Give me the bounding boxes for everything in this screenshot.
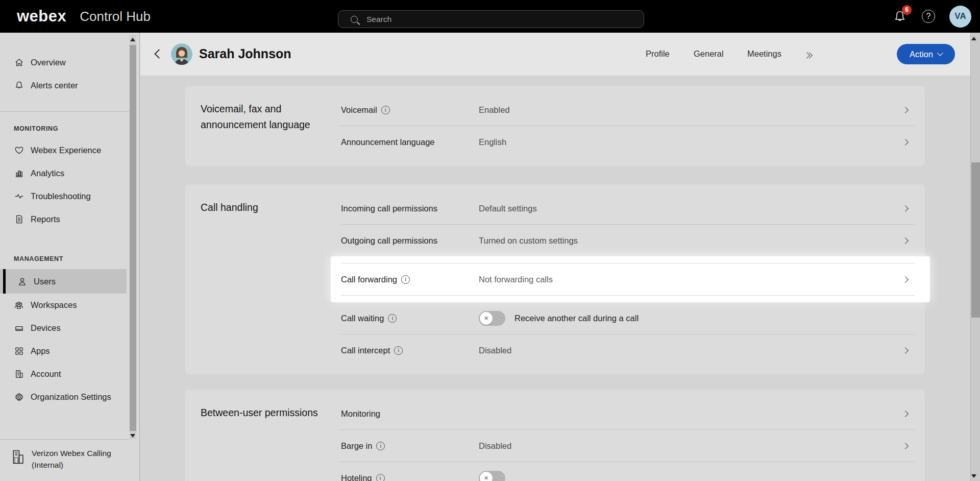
account-avatar[interactable]: VA <box>949 6 971 28</box>
voicemail-row[interactable]: Voicemail i Enabled <box>341 94 925 126</box>
account-building-icon <box>14 369 24 379</box>
barge-in-row[interactable]: Barge in i Disabled <box>341 430 925 462</box>
sidebar-item-organization-settings[interactable]: Organization Settings <box>0 386 139 408</box>
chevron-right-icon[interactable] <box>902 107 909 113</box>
info-icon[interactable]: i <box>381 106 390 114</box>
row-label: Call waiting <box>341 314 384 323</box>
row-value: Not forwarding calls <box>479 275 901 284</box>
sidebar-item-label: Organization Settings <box>31 392 111 402</box>
main-scrollbar[interactable] <box>970 33 980 481</box>
sidebar-item-label: Analytics <box>31 169 64 178</box>
outgoing-call-permissions-row[interactable]: Outgoing call permissions Turned on cust… <box>341 225 925 256</box>
row-value: Enabled <box>479 105 901 115</box>
notification-badge: 6 <box>902 5 912 15</box>
sidebar-item-webex-experience[interactable]: Webex Experience <box>0 139 139 162</box>
info-icon[interactable]: i <box>394 346 403 355</box>
chevron-right-icon[interactable] <box>902 205 909 212</box>
sidebar-item-label: Alerts center <box>31 81 78 90</box>
sidebar-item-devices[interactable]: Devices <box>0 317 139 340</box>
row-label: Monitoring <box>341 409 380 419</box>
info-icon[interactable]: i <box>376 442 385 450</box>
info-icon[interactable]: i <box>401 275 410 284</box>
more-tabs-button[interactable] <box>804 51 820 59</box>
sidebar-section-monitoring: MONITORING <box>0 125 139 132</box>
monitoring-row[interactable]: Monitoring <box>341 398 925 429</box>
settings-content: Voicemail, fax and announcement language… <box>140 76 970 481</box>
person-icon <box>17 276 27 286</box>
call-intercept-row[interactable]: Call intercept i Disabled <box>341 334 925 366</box>
chevron-right-icon[interactable] <box>902 139 909 146</box>
chevron-down-icon <box>937 50 943 56</box>
row-label: Hoteling <box>341 473 372 481</box>
scroll-up-arrow-icon[interactable] <box>130 38 135 41</box>
organization-building-icon <box>10 449 26 465</box>
sidebar-item-label: Webex Experience <box>31 146 101 155</box>
chevron-right-icon[interactable] <box>902 347 909 354</box>
row-label: Call forwarding <box>341 275 397 284</box>
card-title: Voicemail, fax and announcement language <box>185 94 341 158</box>
search-input[interactable]: Search <box>338 10 644 28</box>
incoming-call-permissions-row[interactable]: Incoming call permissions Default settin… <box>341 193 925 224</box>
card-title: Between-user permissions <box>185 398 341 481</box>
sidebar-scrollbar[interactable] <box>130 35 136 439</box>
call-waiting-toggle[interactable]: ✕ <box>479 311 505 326</box>
hoteling-row: Hoteling i ✕ <box>341 462 925 481</box>
row-label: Call intercept <box>341 346 390 355</box>
toggle-off-icon: ✕ <box>480 472 493 481</box>
sidebar-item-analytics[interactable]: Analytics <box>0 162 139 185</box>
organization-name-suffix: (Internal) <box>32 459 111 471</box>
tab-general[interactable]: General <box>694 49 724 59</box>
announcement-language-row[interactable]: Announcement language English <box>341 126 925 158</box>
user-header: Sarah Johnson Profile General Meetings A… <box>140 33 970 76</box>
main-scrollbar-thumb[interactable] <box>971 162 980 318</box>
tab-meetings[interactable]: Meetings <box>747 49 781 59</box>
sidebar-item-troubleshooting[interactable]: Troubleshooting <box>0 185 139 208</box>
sidebar-divider <box>0 111 129 112</box>
webex-logo[interactable]: webex Control Hub <box>17 0 151 33</box>
gear-icon <box>14 392 24 402</box>
top-bar: webex Control Hub Search 6 ? VA <box>0 0 980 33</box>
sidebar-item-alerts-center[interactable]: Alerts center <box>0 74 139 97</box>
row-label: Announcement language <box>341 137 434 147</box>
chevron-right-icon[interactable] <box>902 411 909 417</box>
sidebar-item-apps[interactable]: Apps <box>0 340 139 363</box>
notifications-button[interactable]: 6 <box>893 10 906 23</box>
action-button-label: Action <box>910 50 933 59</box>
sidebar-item-account[interactable]: Account <box>0 363 139 386</box>
sidebar-item-overview[interactable]: Overview <box>0 51 139 74</box>
sidebar-item-reports[interactable]: Reports <box>0 208 139 231</box>
scroll-down-arrow-icon[interactable] <box>130 434 135 438</box>
help-button[interactable]: ? <box>922 10 935 23</box>
call-forwarding-row[interactable]: Call forwarding i Not forwarding calls <box>341 263 925 295</box>
info-icon[interactable]: i <box>376 474 385 481</box>
sidebar-item-label: Apps <box>31 346 50 356</box>
scroll-down-arrow-icon[interactable] <box>971 474 976 478</box>
page-title-user-name: Sarah Johnson <box>199 46 291 61</box>
tab-profile[interactable]: Profile <box>646 49 670 59</box>
organization-name: Verizon Webex Calling <box>32 447 111 459</box>
scroll-up-arrow-icon[interactable] <box>971 37 976 40</box>
people-group-icon <box>14 300 24 310</box>
info-icon[interactable]: i <box>388 314 397 323</box>
bar-chart-icon <box>14 169 24 179</box>
sidebar-scrollbar-thumb[interactable] <box>130 45 136 431</box>
action-button[interactable]: Action <box>897 44 955 64</box>
call-handling-card: Call handling Incoming call permissions … <box>185 184 925 374</box>
brand-webex: webex <box>17 7 66 26</box>
sidebar-item-label: Reports <box>31 214 60 224</box>
between-user-permissions-card: Between-user permissions Monitoring Barg… <box>185 390 925 481</box>
row-value: Disabled <box>479 346 901 355</box>
sidebar-item-users[interactable]: Users <box>0 269 127 294</box>
back-button[interactable] <box>153 49 162 58</box>
device-icon <box>14 323 24 333</box>
row-value: Disabled <box>479 441 901 451</box>
chevron-right-icon[interactable] <box>902 443 909 449</box>
hoteling-toggle[interactable]: ✕ <box>479 471 505 481</box>
question-icon: ? <box>926 12 931 21</box>
chevron-right-icon[interactable] <box>902 276 909 283</box>
alerts-bell-icon <box>14 81 24 91</box>
organization-footer[interactable]: Verizon Webex Calling (Internal) <box>10 447 111 471</box>
chevron-right-icon[interactable] <box>902 237 909 244</box>
search-placeholder: Search <box>366 15 391 24</box>
sidebar-item-workspaces[interactable]: Workspaces <box>0 294 139 317</box>
